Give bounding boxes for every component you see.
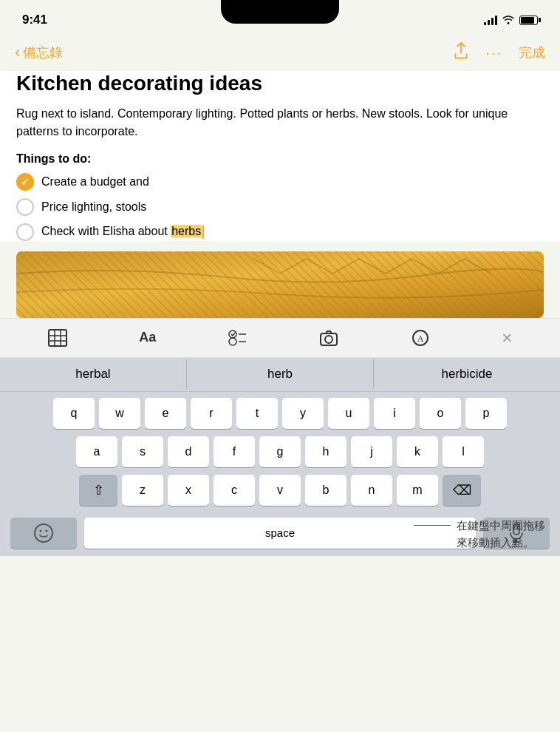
checklist-text-3: Check with Elisha about herbs — [41, 225, 204, 239]
close-toolbar-button[interactable]: × — [502, 328, 512, 348]
key-n[interactable]: n — [351, 475, 392, 506]
checklist-text-2: Price lighting, stools — [41, 200, 146, 214]
share-button[interactable] — [453, 41, 469, 64]
key-s[interactable]: s — [122, 436, 163, 467]
nav-actions: ··· 完成 — [453, 41, 545, 64]
key-b[interactable]: b — [305, 475, 346, 506]
checklist-icon[interactable] — [228, 329, 247, 347]
note-content: Kitchen decorating ideas Rug next to isl… — [0, 71, 560, 241]
done-button[interactable]: 完成 — [519, 44, 545, 61]
notch — [221, 0, 339, 24]
image-strip — [16, 251, 544, 318]
toolbar: Aa A × — [0, 318, 560, 358]
key-v[interactable]: v — [259, 475, 301, 506]
key-y[interactable]: y — [282, 398, 324, 429]
annotation-line — [414, 525, 451, 526]
svg-text:A: A — [417, 333, 423, 344]
key-w[interactable]: w — [99, 398, 140, 429]
checkbox-2[interactable] — [16, 198, 34, 216]
note-body: Rug next to island. Contemporary lightin… — [16, 105, 544, 140]
svg-point-16 — [46, 529, 48, 532]
checklist-text-1: Create a budget and — [41, 175, 149, 189]
status-icons — [484, 14, 538, 27]
format-icon[interactable]: Aa — [139, 330, 156, 345]
key-g[interactable]: g — [259, 436, 301, 467]
key-p[interactable]: p — [465, 398, 507, 429]
key-e[interactable]: e — [145, 398, 186, 429]
key-d[interactable]: d — [168, 436, 209, 467]
keyboard-row-1: q w e r t y u i o p — [3, 398, 557, 429]
autocomplete-herbal[interactable]: herbal — [0, 359, 187, 389]
key-c[interactable]: c — [214, 475, 255, 506]
svg-point-11 — [325, 336, 332, 343]
key-l[interactable]: l — [443, 436, 484, 467]
checklist-item-1: Create a budget and — [16, 173, 544, 191]
checkbox-3[interactable] — [16, 223, 34, 241]
keyboard-row-2: a s d f g h j k l — [3, 436, 557, 467]
image-overlay — [16, 251, 544, 318]
things-label: Things to do: — [16, 152, 544, 166]
svg-point-14 — [35, 524, 52, 542]
text-cursor — [202, 226, 204, 239]
key-f[interactable]: f — [214, 436, 255, 467]
status-time: 9:41 — [22, 13, 47, 27]
markup-icon[interactable]: A — [411, 329, 430, 347]
key-q[interactable]: q — [53, 398, 95, 429]
svg-point-8 — [229, 338, 236, 345]
key-j[interactable]: j — [351, 436, 392, 467]
autocomplete-herbicide[interactable]: herbicide — [374, 359, 560, 389]
note-title: Kitchen decorating ideas — [16, 71, 544, 96]
key-r[interactable]: r — [191, 398, 232, 429]
battery-icon — [519, 16, 538, 25]
more-button[interactable]: ··· — [485, 44, 502, 61]
wifi-icon — [502, 14, 515, 27]
back-label: 備忘錄 — [23, 44, 63, 61]
key-h[interactable]: h — [305, 436, 346, 467]
autocomplete-bar: herbal herb herbicide — [0, 358, 560, 392]
signal-icon — [484, 15, 497, 25]
back-arrow-icon: ‹ — [15, 44, 20, 61]
keyboard-row-3: ⇧ z x c v b n m ⌫ — [3, 475, 557, 506]
svg-point-15 — [40, 529, 42, 532]
svg-rect-1 — [49, 330, 66, 346]
key-x[interactable]: x — [168, 475, 209, 506]
key-i[interactable]: i — [374, 398, 415, 429]
key-t[interactable]: t — [236, 398, 278, 429]
key-u[interactable]: u — [328, 398, 369, 429]
phone-frame: 9:41 ‹ 備忘錄 — [0, 0, 560, 732]
back-button[interactable]: ‹ 備忘錄 — [15, 44, 63, 61]
camera-icon[interactable] — [319, 329, 338, 347]
key-shift[interactable]: ⇧ — [79, 475, 117, 506]
nav-bar: ‹ 備忘錄 ··· 完成 — [0, 37, 560, 71]
key-emoji[interactable] — [10, 518, 77, 549]
key-a[interactable]: a — [76, 436, 117, 467]
annotation-text: 在鍵盤中周圍拖移來移動插入點。 — [457, 518, 553, 551]
key-k[interactable]: k — [397, 436, 438, 467]
checklist-item-2: Price lighting, stools — [16, 198, 544, 216]
key-z[interactable]: z — [122, 475, 163, 506]
autocomplete-herb[interactable]: herb — [187, 359, 374, 389]
svg-point-6 — [229, 331, 236, 338]
side-annotation: 在鍵盤中周圍拖移來移動插入點。 — [414, 518, 553, 551]
checklist-item-3: Check with Elisha about herbs — [16, 223, 544, 241]
key-delete[interactable]: ⌫ — [443, 475, 481, 506]
key-m[interactable]: m — [397, 475, 438, 506]
table-icon[interactable] — [48, 329, 67, 347]
checklist: Create a budget and Price lighting, stoo… — [16, 173, 544, 241]
checkbox-1[interactable] — [16, 173, 34, 191]
key-o[interactable]: o — [420, 398, 461, 429]
highlighted-word: herbs — [171, 225, 202, 237]
